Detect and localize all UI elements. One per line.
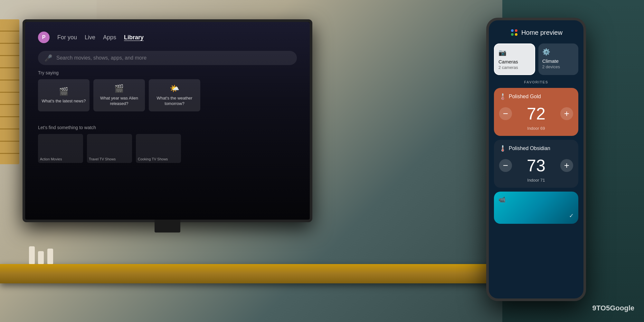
google-home-icon: [510, 28, 519, 37]
svg-point-2: [515, 29, 517, 32]
suggestion-text-1: What year was Alien released?: [96, 96, 142, 107]
try-saying-title: Try saying: [38, 70, 200, 75]
candle-small-2: [47, 249, 53, 264]
svg-point-3: [511, 33, 514, 36]
category-travel[interactable]: Travel TV Shows: [87, 134, 132, 163]
find-watch-section: Let's find something to watch Action Mov…: [38, 125, 181, 163]
category-cooking[interactable]: Cooking TV Shows: [136, 134, 181, 163]
suggestion-card-weather[interactable]: 🌤️ What's the weather tomorrow?: [149, 79, 200, 111]
tv-content-area: P For you Live Apps Library 🎤 Search mov…: [25, 22, 310, 220]
candle-tall: [29, 246, 35, 264]
tv-navigation: P For you Live Apps Library: [38, 32, 297, 43]
shelf-decorations: [29, 246, 55, 264]
climate-card-icon: ⚙️: [542, 48, 574, 56]
thermostat-gold-name: Polished Gold: [509, 94, 541, 99]
news-icon: 🎬: [59, 87, 69, 96]
find-watch-title: Let's find something to watch: [38, 125, 181, 130]
thermostat-gold-icon: 🌡️: [499, 93, 506, 100]
suggestion-text-2: What's the weather tomorrow?: [151, 96, 198, 107]
mic-icon: 🎤: [44, 54, 52, 62]
camera-card-icon: 📷: [498, 49, 531, 56]
thermostat-obsidian-decrease[interactable]: −: [499, 159, 512, 172]
wood-slat-decoration: [0, 19, 19, 164]
category-action[interactable]: Action Movies: [38, 134, 83, 163]
nav-item-library[interactable]: Library: [124, 34, 144, 41]
thermostat-gold-indoor: Indoor 69: [499, 126, 573, 131]
svg-point-4: [515, 33, 517, 36]
nav-item-foryou[interactable]: For you: [57, 34, 77, 41]
thermostat-obsidian-icon: 🌡️: [499, 145, 506, 152]
cameras-card-name: Cameras: [498, 59, 531, 64]
thermostat-gold-header: 🌡️ Polished Gold: [499, 93, 573, 100]
suggestion-card-alien[interactable]: 🎬 What year was Alien released?: [93, 79, 145, 111]
thermostat-obsidian-increase[interactable]: +: [560, 159, 573, 172]
try-saying-section: Try saying 🎬 What's the latest news? 🎬 W…: [38, 70, 200, 111]
tv-stand-leg: [155, 220, 180, 232]
site-watermark: 9TO5Google: [592, 304, 634, 312]
thermostat-gold-controls: − 72 +: [499, 104, 573, 123]
thermostat-obsidian-indoor: Indoor 71: [499, 178, 573, 183]
phone-device: Home preview 📷 Cameras 2 cameras ⚙️ Clim…: [486, 18, 586, 301]
thermostat-card-obsidian[interactable]: 🌡️ Polished Obsidian − 73 + Indoor 71: [494, 140, 578, 188]
thermostat-obsidian-header: 🌡️ Polished Obsidian: [499, 145, 573, 152]
thermostat-obsidian-name: Polished Obsidian: [509, 146, 550, 151]
category-thumbnails: Action Movies Travel TV Shows Cooking TV…: [38, 134, 181, 163]
climate-card[interactable]: ⚙️ Climate 2 devices: [538, 43, 578, 75]
svg-point-1: [511, 29, 514, 32]
thermostat-obsidian-temp: 73: [527, 156, 545, 175]
movie-icon: 🎬: [114, 84, 124, 93]
thermostat-gold-increase[interactable]: +: [560, 107, 573, 120]
cameras-card-sub: 2 cameras: [498, 65, 531, 70]
weather-icon: 🌤️: [170, 84, 179, 93]
category-label-2: Cooking TV Shows: [138, 157, 168, 161]
tv-display: P For you Live Apps Library 🎤 Search mov…: [23, 19, 312, 222]
category-label-0: Action Movies: [40, 157, 62, 161]
category-label-1: Travel TV Shows: [89, 157, 116, 161]
nav-item-live[interactable]: Live: [85, 34, 95, 41]
favorites-label: FAVORITES: [494, 80, 578, 84]
camera-feed-card[interactable]: 📹 ✓: [494, 192, 578, 224]
cameras-card[interactable]: 📷 Cameras 2 cameras: [494, 43, 535, 75]
tv-screen: P For you Live Apps Library 🎤 Search mov…: [25, 22, 310, 220]
suggestion-card-news[interactable]: 🎬 What's the latest news?: [38, 79, 90, 111]
camera-feed-icon: 📹: [498, 196, 506, 203]
home-preview-title: Home preview: [521, 29, 563, 36]
search-bar[interactable]: 🎤 Search movies, shows, apps, and more: [38, 51, 297, 65]
camera-check-icon: ✓: [569, 212, 574, 219]
search-placeholder: Search movies, shows, apps, and more: [56, 55, 147, 61]
thermostat-card-gold[interactable]: 🌡️ Polished Gold − 72 + Indoor 69: [494, 88, 578, 136]
climate-card-sub: 2 devices: [542, 64, 574, 69]
device-cards-row: 📷 Cameras 2 cameras ⚙️ Climate 2 devices: [494, 43, 578, 75]
suggestion-cards: 🎬 What's the latest news? 🎬 What year wa…: [38, 79, 200, 111]
nav-item-apps[interactable]: Apps: [103, 34, 116, 41]
phone-screen: Home preview 📷 Cameras 2 cameras ⚙️ Clim…: [489, 20, 583, 298]
home-preview-header: Home preview: [494, 28, 578, 37]
climate-card-name: Climate: [542, 58, 574, 64]
candle-small-1: [38, 251, 44, 264]
thermostat-obsidian-controls: − 73 +: [499, 156, 573, 175]
thermostat-gold-temp: 72: [527, 104, 545, 123]
thermostat-gold-decrease[interactable]: −: [499, 107, 512, 120]
user-avatar[interactable]: P: [38, 32, 50, 43]
suggestion-text-0: What's the latest news?: [42, 99, 86, 104]
